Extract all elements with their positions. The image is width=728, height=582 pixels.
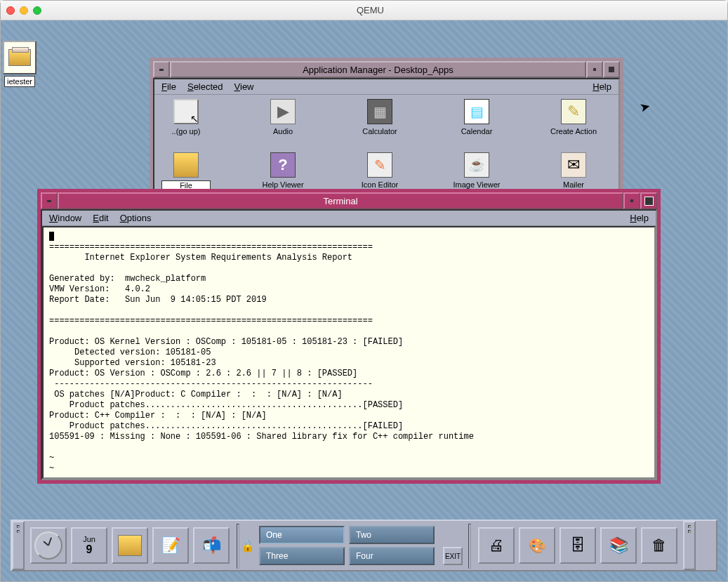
trash-icon: 🗑 xyxy=(651,537,667,554)
minimize-button[interactable] xyxy=(623,192,640,209)
app-calendar[interactable]: Calendar xyxy=(452,99,501,135)
palette-icon: 🎨 xyxy=(529,538,546,553)
printer-launcher[interactable]: 🖨 xyxy=(478,527,515,564)
menu-selected[interactable]: Selected xyxy=(187,81,223,92)
terminal-text: ========================================… xyxy=(49,242,474,479)
lock-icon: 🔒 xyxy=(241,539,255,553)
desktop-icon-label: ietester xyxy=(4,76,35,87)
lock-button[interactable]: 🔒 xyxy=(241,521,255,570)
host-window: QEMU ietester Application Manager - Desk… xyxy=(0,0,728,582)
workspace-four[interactable]: Four xyxy=(349,547,435,565)
audio-icon xyxy=(270,99,296,124)
calculator-icon xyxy=(367,99,392,124)
panel-handle-right[interactable] xyxy=(683,521,696,570)
window-menu-button[interactable] xyxy=(153,61,170,78)
menu-file[interactable]: File xyxy=(161,81,176,92)
clock-widget[interactable] xyxy=(30,527,67,564)
file-manager-launcher[interactable] xyxy=(112,527,148,564)
workspace-two[interactable]: Two xyxy=(349,526,435,544)
menu-window[interactable]: Window xyxy=(49,213,81,223)
menu-view[interactable]: View xyxy=(234,81,254,92)
menu-help[interactable]: Help xyxy=(593,81,611,92)
image-viewer-icon xyxy=(464,152,489,178)
app-manager-launcher[interactable]: 🗄 xyxy=(560,527,596,564)
app-create-action[interactable]: Create Action xyxy=(549,99,598,135)
help-launcher[interactable]: 📚 xyxy=(600,527,637,564)
menu-help[interactable]: Help xyxy=(630,213,649,223)
help-books-icon: 📚 xyxy=(609,537,628,554)
folder-icon xyxy=(3,41,37,74)
mouse-cursor-icon: ➤ xyxy=(637,98,651,115)
notepad-icon: 📝 xyxy=(161,537,180,554)
icon-editor-icon xyxy=(367,152,392,178)
panel-separator xyxy=(237,524,239,569)
menu-edit[interactable]: Edit xyxy=(93,213,108,223)
calendar-widget[interactable]: Jun9 xyxy=(71,527,107,564)
terminal-window: Terminal Window Edit Options Help ======… xyxy=(37,189,661,484)
trash-launcher[interactable]: 🗑 xyxy=(641,527,677,564)
host-close-button[interactable] xyxy=(6,6,15,15)
app-manager-title[interactable]: Application Manager - Desktop_Apps xyxy=(170,61,586,78)
file-manager-icon xyxy=(173,152,199,178)
app-calculator[interactable]: Calculator xyxy=(355,99,404,135)
maximize-button[interactable] xyxy=(603,61,620,78)
minimize-button[interactable] xyxy=(586,61,603,78)
terminal-output[interactable]: ========================================… xyxy=(42,226,656,479)
terminal-cursor xyxy=(49,232,54,241)
file-manager-icon xyxy=(118,535,142,556)
app-go-up[interactable]: ..(go up) xyxy=(161,99,211,135)
app-audio[interactable]: Audio xyxy=(258,99,307,135)
clock-icon xyxy=(34,531,62,560)
panel-handle-left[interactable] xyxy=(12,521,25,570)
mailer-launcher[interactable]: 📬 xyxy=(193,527,230,564)
menu-options[interactable]: Options xyxy=(120,213,152,223)
front-panel: Jun9 📝 📬 🔒 One Two Three xyxy=(11,520,717,571)
window-menu-button[interactable] xyxy=(41,192,58,209)
apps-icon: 🗄 xyxy=(570,537,585,554)
panel-separator xyxy=(468,524,471,569)
desktop-icon-ietester[interactable]: ietester xyxy=(3,41,37,87)
workspace-three[interactable]: Three xyxy=(259,547,345,565)
maximize-button[interactable] xyxy=(640,192,657,209)
host-title: QEMU xyxy=(19,5,722,15)
terminal-title[interactable]: Terminal xyxy=(58,192,623,209)
cde-desktop[interactable]: ietester Application Manager - Desktop_A… xyxy=(1,20,727,581)
exit-button[interactable]: EXIT xyxy=(443,547,463,565)
printer-icon: 🖨 xyxy=(489,537,504,554)
mailer-icon xyxy=(561,152,586,178)
go-up-icon xyxy=(173,99,199,124)
workspace-one[interactable]: One xyxy=(259,526,345,544)
text-editor-launcher[interactable]: 📝 xyxy=(152,527,189,564)
host-titlebar[interactable]: QEMU xyxy=(1,1,727,20)
style-manager-launcher[interactable]: 🎨 xyxy=(519,527,555,564)
create-action-icon xyxy=(561,99,586,124)
mail-icon: 📬 xyxy=(202,537,221,554)
calendar-icon xyxy=(464,99,489,124)
help-viewer-icon xyxy=(270,152,296,178)
